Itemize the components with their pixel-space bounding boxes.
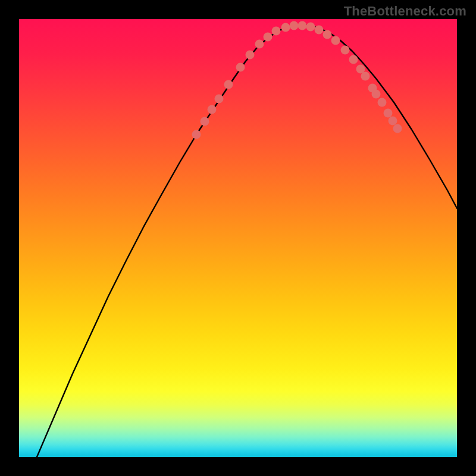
sweet-spot-point xyxy=(192,130,201,139)
sweet-spot-point xyxy=(298,21,307,30)
chart-svg xyxy=(19,19,457,457)
sweet-spot-point xyxy=(361,72,370,81)
sweet-spot-point xyxy=(281,23,290,32)
watermark-text: TheBottleneck.com xyxy=(344,4,466,19)
sweet-spot-point xyxy=(393,124,402,133)
sweet-spot-point xyxy=(272,27,281,36)
sweet-spot-point xyxy=(331,36,340,45)
sweet-spot-point xyxy=(378,98,387,107)
sweet-spot-point xyxy=(215,95,224,104)
sweet-spot-point xyxy=(315,26,324,35)
sweet-spot-point xyxy=(306,23,315,32)
sweet-spot-point xyxy=(224,80,233,89)
chart-frame: TheBottleneck.com xyxy=(0,0,476,476)
sweet-spot-markers xyxy=(192,21,402,139)
sweet-spot-point xyxy=(372,90,381,99)
sweet-spot-point xyxy=(264,33,273,42)
sweet-spot-point xyxy=(349,55,358,64)
sweet-spot-point xyxy=(341,46,350,55)
sweet-spot-point xyxy=(236,63,245,72)
sweet-spot-point xyxy=(384,109,393,118)
sweet-spot-point xyxy=(389,117,397,126)
sweet-spot-point xyxy=(201,117,209,126)
sweet-spot-point xyxy=(255,40,264,49)
sweet-spot-point xyxy=(208,105,217,114)
sweet-spot-point xyxy=(246,51,255,60)
sweet-spot-point xyxy=(290,21,299,30)
sweet-spot-point xyxy=(323,30,332,39)
plot-area xyxy=(19,19,457,457)
bottleneck-curve xyxy=(37,25,457,457)
